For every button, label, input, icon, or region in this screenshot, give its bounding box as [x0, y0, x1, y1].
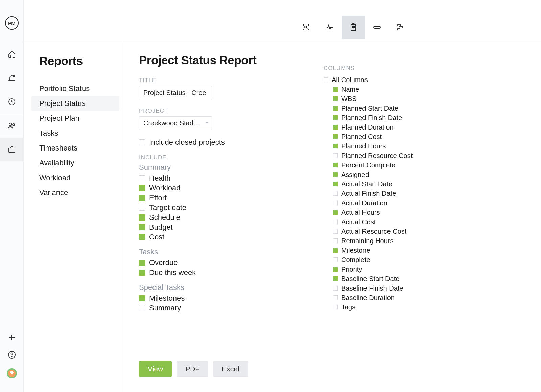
column-row-remaining-hours[interactable]: Remaining Hours — [333, 236, 477, 246]
nav-people[interactable] — [0, 114, 24, 138]
checkbox[interactable] — [333, 172, 338, 177]
checkbox[interactable] — [139, 224, 145, 230]
top-tab-pulse[interactable] — [318, 16, 342, 39]
checkbox[interactable] — [333, 163, 338, 167]
column-row-planned-duration[interactable]: Planned Duration — [333, 122, 477, 132]
check-row-budget[interactable]: Budget — [139, 223, 328, 232]
sidebar-item-workload[interactable]: Workload — [39, 170, 124, 185]
sidebar-item-variance[interactable]: Variance — [39, 185, 124, 200]
column-row-baseline-start-date[interactable]: Baseline Start Date — [333, 274, 477, 283]
check-row-target-date[interactable]: Target date — [139, 203, 328, 212]
all-columns-row[interactable]: All Columns — [324, 75, 477, 85]
checkbox[interactable] — [333, 106, 338, 111]
include-closed-row[interactable]: Include closed projects — [139, 138, 328, 147]
checkbox[interactable] — [139, 185, 145, 191]
columns-scroll[interactable]: All Columns NameWBSPlanned Start DatePla… — [324, 75, 483, 346]
top-tab-link[interactable] — [365, 16, 389, 39]
sidebar-item-tasks[interactable]: Tasks — [39, 126, 124, 141]
checkbox[interactable] — [333, 229, 338, 234]
column-row-actual-finish-date[interactable]: Actual Finish Date — [333, 189, 477, 198]
checkbox[interactable] — [333, 257, 338, 262]
nav-home[interactable] — [0, 43, 24, 66]
checkbox[interactable] — [139, 305, 145, 311]
column-row-planned-finish-date[interactable]: Planned Finish Date — [333, 113, 477, 122]
sidebar-item-project-status[interactable]: Project Status — [31, 96, 119, 111]
checkbox[interactable] — [333, 134, 338, 139]
check-row-schedule[interactable]: Schedule — [139, 213, 328, 222]
all-columns-checkbox[interactable] — [324, 77, 328, 82]
user-avatar[interactable] — [7, 368, 17, 378]
checkbox[interactable] — [139, 234, 145, 240]
checkbox[interactable] — [139, 195, 145, 201]
checkbox[interactable] — [333, 144, 338, 148]
check-row-overdue[interactable]: Overdue — [139, 258, 328, 267]
column-row-actual-resource-cost[interactable]: Actual Resource Cost — [333, 227, 477, 236]
column-row-priority[interactable]: Priority — [333, 264, 477, 274]
checkbox[interactable] — [333, 125, 338, 130]
check-row-health[interactable]: Health — [139, 174, 328, 183]
checkbox[interactable] — [333, 210, 338, 215]
checkbox[interactable] — [333, 238, 338, 243]
checkbox[interactable] — [333, 115, 338, 120]
sidebar-item-availability[interactable]: Availability — [39, 156, 124, 170]
column-row-planned-cost[interactable]: Planned Cost — [333, 132, 477, 141]
column-row-planned-start-date[interactable]: Planned Start Date — [333, 103, 477, 113]
column-row-wbs[interactable]: WBS — [333, 94, 477, 103]
nav-notifications[interactable] — [0, 66, 24, 90]
column-row-complete[interactable]: Complete — [333, 255, 477, 264]
top-tab-scan[interactable] — [294, 16, 318, 39]
column-row-actual-start-date[interactable]: Actual Start Date — [333, 179, 477, 189]
sidebar-item-portfolio-status[interactable]: Portfolio Status — [39, 81, 124, 96]
checkbox[interactable] — [333, 276, 338, 281]
checkbox[interactable] — [139, 214, 145, 221]
title-input[interactable] — [139, 86, 212, 99]
checkbox[interactable] — [333, 191, 338, 196]
checkbox[interactable] — [333, 295, 338, 300]
top-tab-reports[interactable] — [342, 16, 365, 39]
column-row-milestone[interactable]: Milestone — [333, 246, 477, 255]
check-row-effort[interactable]: Effort — [139, 193, 328, 202]
column-row-actual-cost[interactable]: Actual Cost — [333, 217, 477, 227]
checkbox[interactable] — [333, 248, 338, 253]
include-closed-checkbox[interactable] — [139, 139, 145, 145]
checkbox[interactable] — [333, 305, 338, 309]
column-row-planned-resource-cost[interactable]: Planned Resource Cost — [333, 151, 477, 160]
column-row-assigned[interactable]: Assigned — [333, 170, 477, 179]
checkbox[interactable] — [333, 286, 338, 291]
checkbox[interactable] — [333, 267, 338, 272]
checkbox[interactable] — [333, 220, 338, 224]
checkbox[interactable] — [139, 260, 145, 266]
column-row-name[interactable]: Name — [333, 85, 477, 94]
help-button[interactable] — [8, 351, 16, 359]
column-row-percent-complete[interactable]: Percent Complete — [333, 160, 477, 170]
checkbox[interactable] — [333, 96, 338, 101]
checkbox[interactable] — [333, 153, 338, 158]
pdf-button[interactable]: PDF — [177, 361, 208, 377]
add-button[interactable] — [8, 334, 16, 341]
project-select[interactable]: Creekwood Stad... — [139, 116, 212, 130]
checkbox[interactable] — [139, 295, 145, 301]
column-row-actual-hours[interactable]: Actual Hours — [333, 208, 477, 217]
excel-button[interactable]: Excel — [213, 361, 248, 377]
check-row-milestones[interactable]: Milestones — [139, 294, 328, 303]
nav-recent[interactable] — [0, 90, 24, 114]
check-row-cost[interactable]: Cost — [139, 233, 328, 241]
nav-work[interactable] — [0, 138, 24, 161]
check-row-summary[interactable]: Summary — [139, 304, 328, 313]
view-button[interactable]: View — [139, 361, 172, 377]
check-row-workload[interactable]: Workload — [139, 184, 328, 192]
checkbox[interactable] — [333, 87, 338, 92]
checkbox[interactable] — [333, 182, 338, 186]
column-row-actual-duration[interactable]: Actual Duration — [333, 198, 477, 208]
check-row-due-this-week[interactable]: Due this week — [139, 268, 328, 277]
column-row-planned-hours[interactable]: Planned Hours — [333, 141, 477, 151]
top-tab-roadmap[interactable] — [389, 16, 413, 39]
checkbox[interactable] — [139, 270, 145, 276]
checkbox[interactable] — [139, 175, 145, 181]
sidebar-item-project-plan[interactable]: Project Plan — [39, 111, 124, 126]
column-row-baseline-duration[interactable]: Baseline Duration — [333, 293, 477, 302]
column-row-tags[interactable]: Tags — [333, 302, 477, 312]
column-row-baseline-finish-date[interactable]: Baseline Finish Date — [333, 283, 477, 293]
checkbox[interactable] — [333, 201, 338, 205]
sidebar-item-timesheets[interactable]: Timesheets — [39, 141, 124, 156]
